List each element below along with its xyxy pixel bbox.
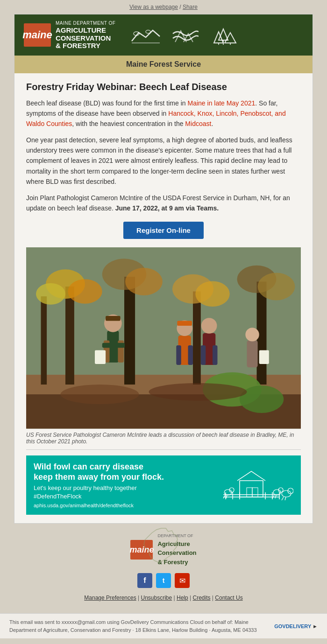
svg-point-23 [195, 281, 230, 307]
svg-point-18 [68, 280, 102, 304]
article-body: Beech leaf disease (BLD) was found for t… [26, 98, 301, 214]
svg-rect-44 [213, 345, 218, 365]
footer-area: maine DEPARTMENT OF AgricultureConservat… [0, 524, 327, 613]
svg-rect-34 [102, 343, 125, 348]
wildfowl-url: aphis.usda.gov/animalhealth/defendtheflo… [34, 503, 164, 508]
social-icons: f t ✉ [0, 573, 327, 588]
unsubscribe-link[interactable]: Unsubscribe [141, 595, 172, 601]
facebook-icon[interactable]: f [137, 573, 152, 588]
contact-us-link[interactable]: Contact Us [215, 595, 242, 601]
wildfowl-title: Wild fowl can carry disease keep them aw… [34, 462, 164, 482]
svg-rect-45 [247, 341, 258, 368]
barn-icon [214, 467, 293, 504]
twitter-icon[interactable]: t [156, 573, 171, 588]
wildfowl-text: Wild fowl can carry disease keep them aw… [34, 462, 164, 509]
svg-point-19 [36, 283, 65, 305]
svg-line-70 [282, 497, 284, 500]
svg-rect-48 [95, 350, 106, 364]
email-container: maine MAINE DEPARTMENT OF AGRICULTURE CO… [14, 14, 313, 524]
header-banner: maine MAINE DEPARTMENT OF AGRICULTURE CO… [14, 14, 313, 56]
svg-marker-5 [225, 33, 236, 43]
svg-rect-50 [247, 488, 252, 497]
email-icon[interactable]: ✉ [175, 573, 190, 588]
svg-rect-43 [201, 345, 206, 365]
wildfowl-sub: Let's keep our poultry healthy together … [34, 484, 164, 501]
service-bar: Maine Forest Service [14, 56, 313, 73]
svg-point-27 [240, 386, 284, 413]
govdelivery-badge: GOVDELIVERY ► [274, 623, 318, 629]
svg-rect-35 [106, 316, 121, 321]
svg-rect-12 [65, 287, 74, 385]
svg-rect-51 [252, 488, 258, 497]
wildfowl-banner: Wild fowl can carry disease keep them aw… [26, 455, 301, 515]
svg-point-21 [125, 268, 163, 296]
svg-rect-16 [41, 296, 47, 385]
article-title: Forestry Friday Webinar: Beech Leaf Dise… [26, 82, 301, 92]
help-link[interactable]: Help [177, 595, 188, 601]
svg-point-42 [201, 318, 217, 334]
credits-link[interactable]: Credits [193, 595, 211, 601]
image-caption: US Forest Service Pathologist Cameron Mc… [26, 429, 301, 450]
header-icons [129, 23, 240, 47]
svg-point-25 [258, 273, 295, 301]
svg-point-29 [149, 383, 247, 401]
separator: / [179, 4, 183, 10]
farm-icon [129, 23, 162, 47]
maine-logo: maine [24, 23, 51, 47]
register-button[interactable]: Register On-line [123, 222, 204, 239]
dept-name: AGRICULTURE CONSERVATION & FORESTRY [56, 27, 115, 50]
water-icon [171, 23, 199, 47]
svg-rect-14 [193, 292, 201, 385]
svg-rect-39 [188, 345, 193, 365]
svg-rect-47 [259, 350, 269, 364]
view-as-webpage-link[interactable]: View as a webpage [129, 4, 178, 10]
service-title: Maine Forest Service [126, 60, 201, 68]
header-dept-text: MAINE DEPARTMENT OF AGRICULTURE CONSERVA… [56, 20, 115, 50]
register-button-container: Register On-line [26, 222, 301, 239]
svg-point-2 [146, 30, 150, 33]
svg-point-28 [61, 385, 139, 404]
header-logo-area: maine MAINE DEPARTMENT OF AGRICULTURE CO… [24, 20, 115, 50]
svg-line-71 [285, 497, 286, 500]
content-area: Forestry Friday Webinar: Beech Leaf Dise… [14, 73, 313, 524]
forest-image-container [26, 247, 301, 429]
wildfowl-icons [214, 467, 293, 504]
footer-links: Manage Preferences | Unsubscribe | Help … [0, 595, 327, 601]
footer-logo: maine DEPARTMENT OF AgricultureConservat… [0, 533, 327, 567]
forest-scene-image [26, 247, 301, 429]
article-paragraph-2: One year past detection, severe leaf sym… [26, 135, 301, 187]
maine-state-outline [135, 526, 192, 568]
share-link[interactable]: Share [183, 4, 198, 10]
bottom-disclaimer: This email was sent to xxxxxx@gmail.com … [0, 613, 327, 638]
top-bar: View as a webpage / Share [0, 0, 327, 14]
forest-icon [207, 23, 240, 47]
disclaimer-text: This email was sent to xxxxxx@gmail.com … [9, 618, 274, 634]
manage-preferences-link[interactable]: Manage Preferences [84, 595, 136, 601]
svg-point-46 [245, 328, 259, 342]
article-paragraph-3: Join Plant Pathologist Cameron McIntire … [26, 193, 301, 214]
svg-rect-38 [176, 345, 181, 365]
dept-title: MAINE DEPARTMENT OF [56, 20, 115, 27]
svg-rect-40 [177, 321, 192, 326]
article-paragraph-1: Beech leaf disease (BLD) was found for t… [26, 98, 301, 129]
